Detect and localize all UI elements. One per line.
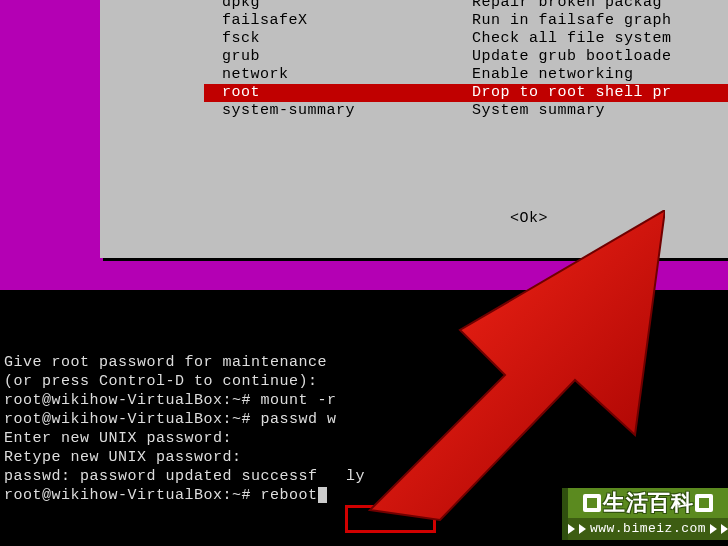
reboot-command: reboot — [261, 487, 318, 504]
cursor-block — [318, 487, 327, 503]
term-line: root@wikihow-VirtualBox:~# mount -r — [4, 392, 337, 409]
term-line: Enter new UNIX password: — [4, 430, 232, 447]
menu-item-desc: Drop to root shell pr — [472, 84, 672, 101]
menu-item-desc: Enable networking — [472, 66, 634, 83]
term-prompt-line[interactable]: root@wikihow-VirtualBox:~# reboot — [4, 487, 327, 504]
menu-item-desc: System summary — [472, 102, 605, 119]
wm-square-icon — [583, 494, 601, 512]
reboot-highlight-box — [345, 505, 436, 533]
recovery-menu-dialog: dpkgRepair broken packagfailsafeXRun in … — [100, 0, 728, 258]
menu-item-desc: Check all file system — [472, 30, 672, 47]
menu-item-name: system-summary — [222, 102, 472, 120]
menu-item-desc: Update grub bootloade — [472, 48, 672, 65]
term-line: passwd: password updated successf ly — [4, 468, 365, 485]
menu-item-grub[interactable]: grubUpdate grub bootloade — [222, 48, 728, 66]
ok-button[interactable]: <Ok> — [510, 210, 548, 227]
menu-item-name: root — [222, 84, 472, 102]
watermark: 生活百科 www.bimeiz.com — [562, 488, 728, 540]
recovery-menu[interactable]: dpkgRepair broken packagfailsafeXRun in … — [222, 0, 728, 120]
menu-item-name: dpkg — [222, 0, 472, 12]
term-line: Retype new UNIX password: — [4, 449, 242, 466]
menu-item-name: grub — [222, 48, 472, 66]
watermark-title: 生活百科 — [603, 488, 693, 518]
menu-item-system-summary[interactable]: system-summarySystem summary — [222, 102, 728, 120]
menu-item-desc: Run in failsafe graph — [472, 12, 672, 29]
watermark-url: www.bimeiz.com — [590, 518, 706, 540]
term-line: (or press Control-D to continue): — [4, 373, 318, 390]
menu-item-fsck[interactable]: fsckCheck all file system — [222, 30, 728, 48]
menu-item-failsafeX[interactable]: failsafeXRun in failsafe graph — [222, 12, 728, 30]
wm-square-icon — [695, 494, 713, 512]
magenta-background: dpkgRepair broken packagfailsafeXRun in … — [0, 0, 728, 290]
term-line: root@wikihow-VirtualBox:~# passwd w — [4, 411, 337, 428]
terminal-output: Give root password for maintenance (or p… — [4, 334, 365, 505]
menu-item-network[interactable]: networkEnable networking — [222, 66, 728, 84]
menu-item-root[interactable]: rootDrop to root shell pr — [204, 84, 728, 102]
chevron-right-icon — [568, 524, 575, 534]
term-line: Give root password for maintenance — [4, 354, 327, 371]
chevron-right-icon — [579, 524, 586, 534]
menu-item-name: network — [222, 66, 472, 84]
chevron-right-icon — [710, 524, 717, 534]
menu-item-name: fsck — [222, 30, 472, 48]
menu-item-dpkg[interactable]: dpkgRepair broken packag — [222, 0, 728, 12]
menu-item-desc: Repair broken packag — [472, 0, 662, 11]
chevron-right-icon — [721, 524, 728, 534]
menu-item-name: failsafeX — [222, 12, 472, 30]
